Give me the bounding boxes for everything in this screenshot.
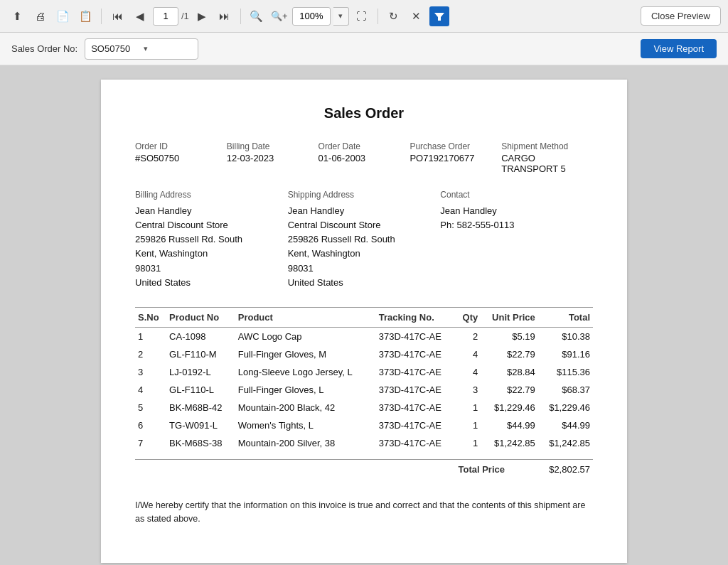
col-total: Total [538,307,593,327]
billing-name: Jean Handley [135,204,288,218]
shipment-method-cell: Shipment Method CARGO TRANSPORT 5 [501,141,593,174]
fit-page-icon[interactable]: ⛶ [352,6,372,26]
info-row: Order ID #SO50750 Billing Date 12-03-202… [135,141,593,174]
table-row: 3 LJ-0192-L Long-Sleeve Logo Jersey, L 3… [135,363,593,381]
cell-tracking: 373D-417C-AE [376,381,456,399]
sep2 [240,9,241,24]
cell-qty: 1 [456,434,481,452]
order-id-label: Order ID [135,141,227,151]
col-unit-price: Unit Price [481,307,538,327]
billing-city-state: Kent, Washington [135,247,288,261]
close-icon[interactable]: ✕ [407,6,427,26]
cell-product: Long-Sleeve Logo Jersey, L [235,363,376,381]
purchase-order-value: PO7192170677 [410,153,501,163]
svg-marker-0 [434,13,444,21]
last-page-icon[interactable]: ⏭ [215,6,235,26]
table-row: 5 BK-M68B-42 Mountain-200 Black, 42 373D… [135,399,593,416]
upload-icon[interactable]: ⬆ [7,6,27,26]
shipping-address-label: Shipping Address [288,190,441,200]
zoom-input[interactable]: 100% [292,7,331,26]
refresh-icon[interactable]: ↻ [384,6,404,26]
sales-order-value: SO50750 [91,43,139,54]
cell-sno: 1 [135,327,166,345]
contact-block: Contact Jean Handley Ph: 582-555-0113 [440,190,593,290]
cell-qty: 1 [456,416,481,434]
shipping-country: United States [288,276,441,290]
zoom-in-icon[interactable]: 🔍+ [269,6,289,26]
doc-icon[interactable]: 📄 [53,6,73,26]
cell-product-no: GL-F110-L [166,381,235,399]
order-id-value: #SO50750 [135,153,227,163]
cell-tracking: 373D-417C-AE [376,327,456,345]
cell-qty: 4 [456,345,481,363]
document-title: Sales Order [135,105,593,122]
billing-date-cell: Billing Date 12-03-2023 [227,141,318,174]
purchase-order-cell: Purchase Order PO7192170677 [410,141,501,174]
order-date-cell: Order Date 01-06-2003 [318,141,410,174]
cell-total: $44.99 [538,416,593,434]
total-row: Total Price $2,802.57 [135,459,593,479]
cell-product-no: BK-M68S-38 [166,434,235,452]
cell-total: $1,242.85 [538,434,593,452]
cell-qty: 4 [456,363,481,381]
billing-date-label: Billing Date [227,141,318,151]
cell-total: $10.38 [538,327,593,345]
cell-product-no: GL-F110-M [166,345,235,363]
close-preview-button[interactable]: Close Preview [641,6,721,26]
page-input[interactable]: 1 [153,7,178,26]
filter-button[interactable] [429,6,449,26]
chevron-down-icon[interactable]: ▾ [144,44,192,53]
cell-total: $68.37 [538,381,593,399]
order-date-label: Order Date [318,141,410,151]
cell-total: $115.36 [538,363,593,381]
cell-unit-price: $1,229.46 [481,399,538,416]
col-product-no: Product No [166,307,235,327]
shipping-company: Central Discount Store [288,218,441,232]
contact-phone: Ph: 582-555-0113 [440,218,593,232]
total-price-value: $2,802.57 [533,464,590,475]
billing-country: United States [135,276,288,290]
shipment-method-label: Shipment Method [501,141,593,151]
zoom-out-icon[interactable]: 🔍 [247,6,267,26]
prev-page-icon[interactable]: ◀ [130,6,150,26]
next-page-icon[interactable]: ▶ [192,6,212,26]
cell-tracking: 373D-417C-AE [376,434,456,452]
cell-unit-price: $28.84 [481,363,538,381]
col-qty: Qty [456,307,481,327]
cell-tracking: 373D-417C-AE [376,345,456,363]
address-section: Billing Address Jean Handley Central Dis… [135,190,593,290]
export-icon[interactable]: 📋 [75,6,95,26]
sales-order-dropdown[interactable]: SO50750 ▾ [85,38,198,60]
cell-unit-price: $44.99 [481,416,538,434]
cell-tracking: 373D-417C-AE [376,363,456,381]
content-area: Sales Order Order ID #SO50750 Billing Da… [0,65,728,565]
first-page-icon[interactable]: ⏮ [107,6,127,26]
shipping-street: 259826 Russell Rd. South [288,232,441,247]
billing-date-value: 12-03-2023 [227,153,318,163]
table-row: 7 BK-M68S-38 Mountain-200 Silver, 38 373… [135,434,593,452]
view-report-button[interactable]: View Report [641,39,717,58]
certification-text: I/We hereby certify that the information… [135,499,593,526]
col-product: Product [235,307,376,327]
cell-product-no: BK-M68B-42 [166,399,235,416]
zoom-dropdown-icon[interactable]: ▾ [333,7,349,26]
print-icon[interactable]: 🖨 [30,6,50,26]
billing-address-block: Billing Address Jean Handley Central Dis… [135,190,288,290]
cell-unit-price: $5.19 [481,327,538,345]
order-table: S.No Product No Product Tracking No. Qty… [135,307,593,452]
col-tracking: Tracking No. [376,307,456,327]
shipping-zip: 98031 [288,262,441,276]
cell-tracking: 373D-417C-AE [376,399,456,416]
toolbar: ⬆ 🖨 📄 📋 ⏮ ◀ 1 /1 ▶ ⏭ 🔍 🔍+ 100% ▾ ⛶ ↻ ✕ C… [0,0,728,33]
billing-street: 259826 Russell Rd. South [135,232,288,247]
table-header-row: S.No Product No Product Tracking No. Qty… [135,307,593,327]
contact-label: Contact [440,190,593,200]
shipping-name: Jean Handley [288,204,441,218]
cell-product: Full-Finger Gloves, M [235,345,376,363]
sep1 [101,9,102,24]
shipment-method-value: CARGO TRANSPORT 5 [501,153,593,174]
cell-sno: 7 [135,434,166,452]
cell-product: AWC Logo Cap [235,327,376,345]
table-row: 1 CA-1098 AWC Logo Cap 373D-417C-AE 2 $5… [135,327,593,345]
shipping-address-block: Shipping Address Jean Handley Central Di… [288,190,441,290]
